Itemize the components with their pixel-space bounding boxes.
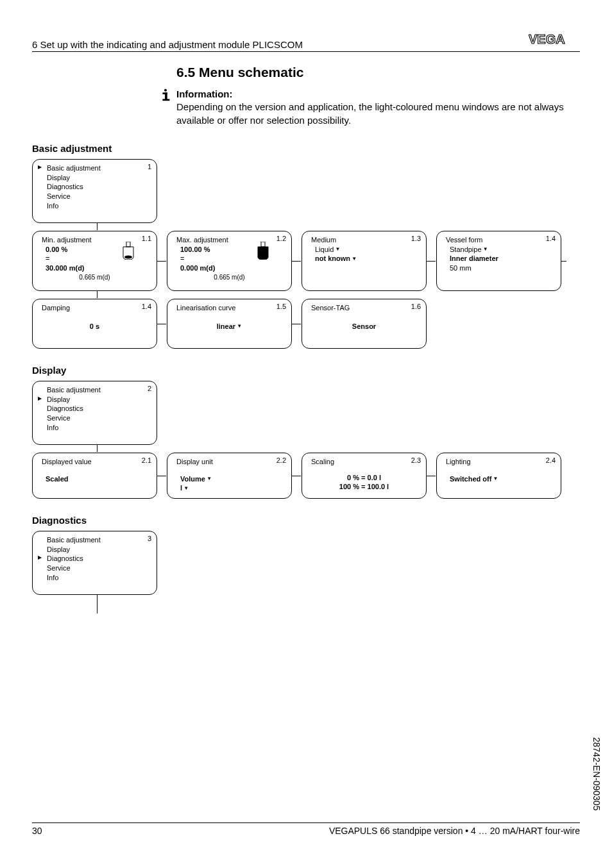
sensor-tag-box[interactable]: 1.6 Sensor-TAG Sensor	[302, 299, 427, 349]
scaling-box[interactable]: 2.3 Scaling 0 % = 0.0 l 100 % = 100.0 l	[302, 453, 427, 499]
vessel-form-box[interactable]: 1.4 Vessel form Standpipe Inner diameter…	[436, 231, 561, 291]
menu-item[interactable]: Display	[38, 173, 151, 183]
basic-main-menu: 1 Basic adjustment Display Diagnostics S…	[32, 159, 157, 223]
section-title: 6.5 Menu schematic	[176, 65, 580, 80]
basic-heading: Basic adjustment	[32, 143, 580, 154]
svg-text:VEGA: VEGA	[529, 32, 565, 46]
diagnostics-heading: Diagnostics	[32, 515, 580, 526]
svg-point-1	[164, 89, 166, 92]
svg-rect-7	[261, 242, 265, 247]
tank-empty-icon	[121, 242, 136, 262]
max-adjustment-box[interactable]: 1.2 Max. adjustment 100.00 % = 0.000 m(d…	[167, 231, 292, 291]
displayed-value-box[interactable]: 2.1 Displayed value Scaled	[32, 453, 157, 499]
diagnostics-main-menu: 3 Basic adjustment Display Diagnostics S…	[32, 531, 157, 595]
menu-item[interactable]: Info	[38, 201, 151, 211]
medium-dropdown[interactable]: Liquid	[315, 245, 341, 255]
product-footer: VEGAPULS 66 standpipe version • 4 … 20 m…	[329, 826, 580, 836]
unit-type-dropdown[interactable]: Volume	[180, 474, 212, 484]
unit-dropdown[interactable]: l	[180, 483, 189, 493]
menu-item[interactable]: Service	[38, 192, 151, 201]
menu-item[interactable]: Service	[38, 563, 151, 573]
menu-item[interactable]: Display	[38, 395, 151, 405]
menu-item[interactable]: Service	[38, 413, 151, 423]
svg-rect-5	[126, 242, 130, 247]
info-label: Information:	[176, 88, 233, 99]
svg-point-6	[124, 255, 132, 258]
menu-item[interactable]: Basic adjustment	[38, 535, 151, 545]
damping-box[interactable]: 1.4 Damping 0 s	[32, 299, 157, 349]
page-number: 30	[32, 826, 42, 836]
medium-box[interactable]: 1.3 Medium Liquid not known	[302, 231, 427, 291]
menu-item[interactable]: Basic adjustment	[38, 385, 151, 395]
menu-item[interactable]: Info	[38, 573, 151, 583]
min-adjustment-box[interactable]: 1.1 Min. adjustment 0.00 % = 30.000 m(d)…	[32, 231, 157, 291]
menu-item[interactable]: Diagnostics	[38, 182, 151, 192]
menu-item[interactable]: Basic adjustment	[38, 163, 151, 173]
display-heading: Display	[32, 365, 580, 376]
display-main-menu: 2 Basic adjustment Display Diagnostics S…	[32, 381, 157, 445]
menu-item[interactable]: Info	[38, 423, 151, 433]
medium-value-dropdown[interactable]: not known	[315, 254, 357, 263]
document-id: 28742-EN-090305	[591, 737, 602, 810]
menu-item[interactable]: Diagnostics	[38, 404, 151, 413]
svg-rect-4	[162, 99, 169, 101]
lighting-dropdown[interactable]: Switched off	[450, 474, 498, 484]
info-text: Depending on the version and application…	[176, 101, 564, 125]
linearisation-dropdown[interactable]: linear	[217, 322, 242, 331]
chapter-header: 6 Set up with the indicating and adjustm…	[32, 39, 303, 50]
lighting-box[interactable]: 2.4 Lighting Switched off	[436, 453, 561, 499]
tank-full-icon	[255, 242, 271, 262]
vega-logo: VEGA	[529, 32, 580, 50]
menu-item[interactable]: Display	[38, 545, 151, 555]
info-icon	[154, 88, 176, 127]
linearisation-box[interactable]: 1.5 Linearisation curve linear	[167, 299, 292, 349]
display-unit-box[interactable]: 2.2 Display unit Volume l	[167, 453, 292, 499]
vessel-dropdown[interactable]: Standpipe	[450, 245, 488, 255]
menu-item[interactable]: Diagnostics	[38, 554, 151, 563]
